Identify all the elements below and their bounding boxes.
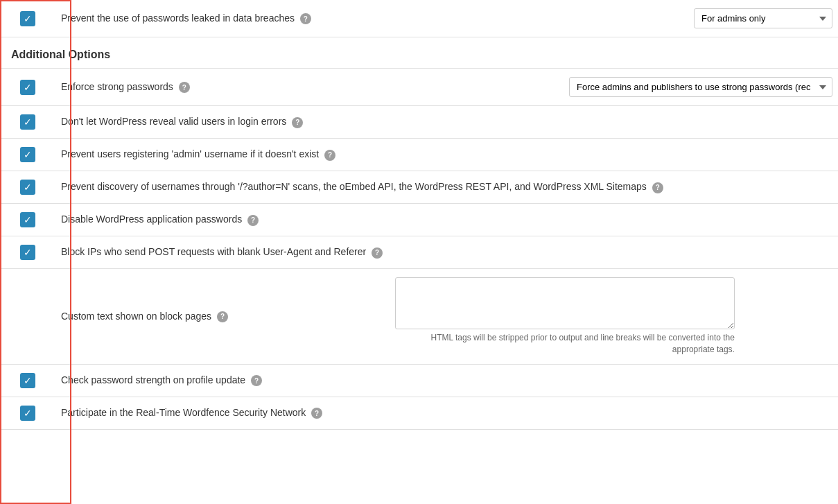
participate-realtime-network-help-icon[interactable]: ? xyxy=(311,408,322,419)
checkbox-cell: ✓ xyxy=(0,204,55,236)
prevent-leaked-passwords-checkbox[interactable]: ✓ xyxy=(20,11,35,26)
label-cell: Prevent discovery of usernames through '… xyxy=(55,171,838,204)
label-cell: Participate in the Real-Time Wordfence S… xyxy=(55,397,838,429)
custom-block-text-help-icon[interactable]: ? xyxy=(217,311,228,322)
checkmark-icon: ✓ xyxy=(24,82,32,92)
checkbox-cell: ✓ xyxy=(0,364,55,397)
check-password-strength-label: Check password strength on profile updat… xyxy=(61,374,245,385)
checkmark-icon: ✓ xyxy=(24,247,32,257)
disable-app-passwords-checkbox[interactable]: ✓ xyxy=(20,212,35,227)
prevent-username-discovery-label: Prevent discovery of usernames through '… xyxy=(61,181,647,192)
disable-app-passwords-label: Disable WordPress application passwords xyxy=(61,214,242,225)
prevent-admin-username-label: Prevent users registering 'admin' userna… xyxy=(61,148,319,159)
checkmark-icon: ✓ xyxy=(24,376,32,385)
label-cell: Prevent users registering 'admin' userna… xyxy=(55,139,838,171)
table-row: ✓ Enforce strong passwords ? Force admin… xyxy=(0,69,838,106)
settings-table: ✓ Prevent the use of passwords leaked in… xyxy=(0,0,838,430)
control-cell: Force admins and publishers to use stron… xyxy=(390,69,838,106)
no-reveal-valid-users-label: Don't let WordPress reveal valid users i… xyxy=(61,116,286,127)
table-row: ✓ Disable WordPress application password… xyxy=(0,204,838,236)
prevent-leaked-passwords-help-icon[interactable]: ? xyxy=(300,13,311,24)
checkmark-icon: ✓ xyxy=(24,182,32,192)
no-reveal-valid-users-help-icon[interactable]: ? xyxy=(292,117,303,128)
checkbox-cell: ✓ xyxy=(0,397,55,429)
prevent-admin-username-help-icon[interactable]: ? xyxy=(324,150,335,161)
participate-realtime-network-label: Participate in the Real-Time Wordfence S… xyxy=(61,407,306,418)
table-row: ✓ Check password strength on profile upd… xyxy=(0,364,838,397)
table-row: ✓ Prevent the use of passwords leaked in… xyxy=(0,0,838,37)
checkmark-icon: ✓ xyxy=(24,14,32,24)
checkbox-cell: ✓ xyxy=(0,236,55,269)
custom-block-text-textarea[interactable] xyxy=(395,277,735,329)
enforce-strong-passwords-select[interactable]: Force admins and publishers to use stron… xyxy=(569,77,832,97)
label-cell: Custom text shown on block pages ? xyxy=(55,269,390,365)
textarea-control-cell: HTML tags will be stripped prior to outp… xyxy=(390,269,838,365)
enforce-strong-passwords-help-icon[interactable]: ? xyxy=(179,82,190,93)
disable-app-passwords-help-icon[interactable]: ? xyxy=(247,215,259,226)
prevent-admin-username-checkbox[interactable]: ✓ xyxy=(20,147,35,162)
participate-realtime-network-checkbox[interactable]: ✓ xyxy=(20,406,35,421)
checkbox-cell: ✓ xyxy=(0,171,55,204)
checkbox-cell: ✓ xyxy=(0,69,55,106)
block-blank-useragent-help-icon[interactable]: ? xyxy=(372,247,383,259)
checkbox-cell xyxy=(0,269,55,365)
label-cell: Check password strength on profile updat… xyxy=(55,364,838,397)
table-row: ✓ Prevent users registering 'admin' user… xyxy=(0,139,838,171)
check-password-strength-help-icon[interactable]: ? xyxy=(251,375,262,386)
table-row: ✓ Don't let WordPress reveal valid users… xyxy=(0,106,838,139)
checkmark-icon: ✓ xyxy=(24,150,32,159)
label-cell: Disable WordPress application passwords … xyxy=(55,204,838,236)
label-cell: Don't let WordPress reveal valid users i… xyxy=(55,106,838,139)
table-row: ✓ Block IPs who send POST requests with … xyxy=(0,236,838,269)
section-header-cell: Additional Options xyxy=(0,37,838,69)
additional-options-header-row: Additional Options xyxy=(0,37,838,69)
label-cell: Prevent the use of passwords leaked in d… xyxy=(55,0,390,37)
enforce-strong-passwords-checkbox[interactable]: ✓ xyxy=(20,80,35,95)
prevent-username-discovery-checkbox[interactable]: ✓ xyxy=(20,180,35,195)
label-cell: Enforce strong passwords ? xyxy=(55,69,390,106)
textarea-container: HTML tags will be stripped prior to outp… xyxy=(395,277,832,356)
textarea-note: HTML tags will be stripped prior to outp… xyxy=(395,332,735,356)
control-cell: For admins only For all users Disabled xyxy=(390,0,838,37)
prevent-leaked-passwords-select[interactable]: For admins only For all users Disabled xyxy=(694,8,832,28)
enforce-strong-passwords-label: Enforce strong passwords xyxy=(61,81,173,92)
checkbox-cell: ✓ xyxy=(0,0,55,37)
check-password-strength-checkbox[interactable]: ✓ xyxy=(20,373,35,388)
table-row: ✓ Participate in the Real-Time Wordfence… xyxy=(0,397,838,429)
block-blank-useragent-label: Block IPs who send POST requests with bl… xyxy=(61,246,366,257)
table-row: ✓ Prevent discovery of usernames through… xyxy=(0,171,838,204)
checkbox-cell: ✓ xyxy=(0,139,55,171)
block-blank-useragent-checkbox[interactable]: ✓ xyxy=(20,245,35,260)
custom-block-text-label: Custom text shown on block pages xyxy=(61,311,211,322)
no-reveal-valid-users-checkbox[interactable]: ✓ xyxy=(20,114,35,130)
settings-container: ✓ Prevent the use of passwords leaked in… xyxy=(0,0,838,504)
checkmark-icon: ✓ xyxy=(24,117,32,127)
section-title: Additional Options xyxy=(6,49,110,60)
checkmark-icon: ✓ xyxy=(24,215,32,225)
checkmark-icon: ✓ xyxy=(24,408,32,418)
checkbox-cell: ✓ xyxy=(0,106,55,139)
table-row: Custom text shown on block pages ? HTML … xyxy=(0,269,838,365)
label-cell: Block IPs who send POST requests with bl… xyxy=(55,236,838,269)
prevent-leaked-passwords-label: Prevent the use of passwords leaked in d… xyxy=(61,12,295,24)
prevent-username-discovery-help-icon[interactable]: ? xyxy=(652,182,663,193)
